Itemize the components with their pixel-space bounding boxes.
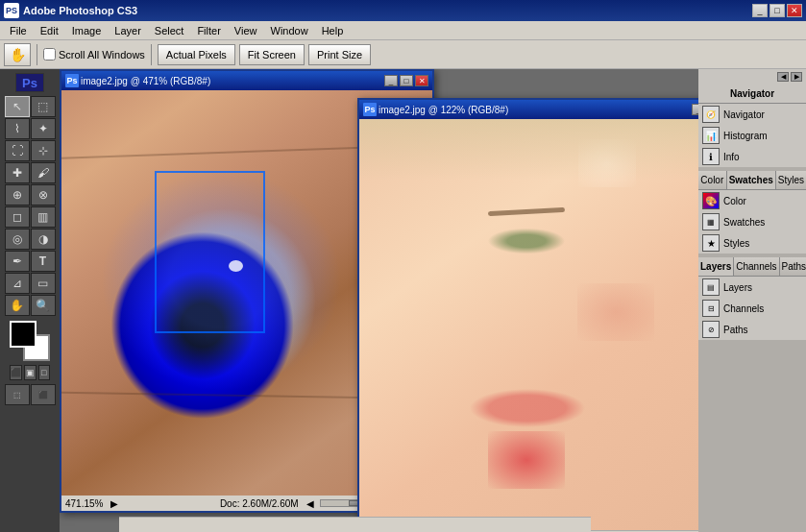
type-tool[interactable]: T bbox=[31, 251, 56, 272]
toolbar-separator-2 bbox=[151, 44, 152, 65]
styles-label: Styles bbox=[723, 238, 749, 249]
gradient-tool[interactable]: ▥ bbox=[31, 206, 56, 228]
pen-tool[interactable]: ✒ bbox=[5, 251, 30, 272]
scroll-all-windows-checkbox[interactable] bbox=[43, 48, 56, 60]
foreground-background-colors[interactable] bbox=[10, 321, 50, 361]
close-button[interactable]: ✕ bbox=[787, 4, 802, 17]
maximize-button[interactable]: □ bbox=[769, 4, 785, 17]
tab-navigator[interactable]: Navigator bbox=[698, 85, 806, 103]
app-status-bar bbox=[119, 517, 591, 532]
doc1-zoom-icon[interactable]: ▶ bbox=[110, 498, 118, 509]
tab-channels[interactable]: Channels bbox=[734, 257, 779, 276]
color-row[interactable]: 🎨 Color bbox=[698, 190, 806, 211]
hand-tool-button[interactable]: ✋ bbox=[4, 43, 31, 66]
styles-icon: ★ bbox=[702, 234, 720, 252]
menu-file[interactable]: File bbox=[4, 22, 33, 39]
menu-layer[interactable]: Layer bbox=[109, 22, 147, 39]
tool-row-2: ⌇ ✦ bbox=[5, 118, 56, 139]
doc1-title-bar[interactable]: Ps image2.jpg @ 471% (RGB/8#) _ □ ✕ bbox=[61, 71, 432, 90]
tab-paths[interactable]: Paths bbox=[780, 257, 806, 276]
channels-icon: ⊟ bbox=[702, 300, 720, 317]
channels-row[interactable]: ⊟ Channels bbox=[698, 298, 806, 319]
standard-mode-button[interactable]: ⬚ bbox=[5, 384, 30, 405]
doc1-nav-left[interactable]: ◀ bbox=[306, 498, 314, 509]
doc1-minimize[interactable]: _ bbox=[384, 75, 398, 86]
doc1-icon: Ps bbox=[65, 74, 79, 87]
swatches-row[interactable]: ▦ Swatches bbox=[698, 211, 806, 232]
doc2-icon: Ps bbox=[363, 103, 377, 116]
move-tool[interactable]: ↖ bbox=[5, 96, 30, 117]
crop-tool[interactable]: ⛶ bbox=[5, 140, 30, 161]
tab-styles[interactable]: Styles bbox=[776, 171, 806, 189]
navigator-row[interactable]: 🧭 Navigator bbox=[698, 104, 806, 125]
doc1-doc-info: Doc: 2.60M/2.60M bbox=[220, 498, 299, 509]
menu-filter[interactable]: Filter bbox=[191, 22, 226, 39]
lasso-tool[interactable]: ⌇ bbox=[5, 118, 30, 139]
doc2-minimize[interactable]: _ bbox=[692, 104, 698, 115]
menu-image[interactable]: Image bbox=[66, 22, 108, 39]
history-tool[interactable]: ⊗ bbox=[31, 184, 56, 206]
eraser-tool[interactable]: ◻ bbox=[5, 206, 30, 228]
slice-tool[interactable]: ⊹ bbox=[31, 140, 56, 161]
menu-view[interactable]: View bbox=[229, 22, 263, 39]
quick-mask-button[interactable]: ⬛ bbox=[31, 384, 56, 405]
doc2-canvas[interactable] bbox=[359, 119, 698, 530]
doc2-title-bar[interactable]: Ps image2.jpg @ 122% (RGB/8#) _ □ ✕ bbox=[359, 100, 698, 119]
shape-tool[interactable]: ▭ bbox=[31, 273, 56, 294]
styles-row[interactable]: ★ Styles bbox=[698, 232, 806, 254]
path-tool[interactable]: ⊿ bbox=[5, 273, 30, 294]
doc1-title: image2.jpg @ 471% (RGB/8#) bbox=[81, 76, 382, 86]
tab-swatches[interactable]: Swatches bbox=[727, 171, 776, 189]
paths-icon: ⊘ bbox=[702, 321, 720, 338]
left-tool-panel: Ps ↖ ⬚ ⌇ ✦ ⛶ ⊹ ✚ 🖌 ⊕ ⊗ ◻ ▥ ◎ ◑ bbox=[0, 69, 60, 532]
navigator-tab-bar: Navigator bbox=[698, 85, 806, 104]
menu-bar: File Edit Image Layer Select Filter View… bbox=[0, 21, 806, 40]
doc2-title: image2.jpg @ 122% (RGB/8#) bbox=[379, 105, 690, 115]
healing-tool[interactable]: ✚ bbox=[5, 162, 30, 183]
scroll-all-windows-label: Scroll All Windows bbox=[59, 49, 145, 60]
panel-collapse-btn[interactable]: ◀ bbox=[777, 72, 789, 82]
info-row[interactable]: ℹ Info bbox=[698, 146, 806, 167]
magic-wand-tool[interactable]: ✦ bbox=[31, 118, 56, 139]
app-title: Adobe Photoshop CS3 bbox=[23, 5, 748, 16]
color-row-label: Color bbox=[723, 196, 746, 206]
doc1-maximize[interactable]: □ bbox=[400, 75, 413, 86]
menu-help[interactable]: Help bbox=[316, 22, 350, 39]
quick-mask-row: ⬚ ⬛ bbox=[5, 384, 56, 405]
dodge-tool[interactable]: ◑ bbox=[31, 229, 56, 250]
layers-row[interactable]: ▤ Layers bbox=[698, 277, 806, 298]
toolbar-separator-1 bbox=[37, 44, 37, 65]
menu-edit[interactable]: Edit bbox=[35, 22, 64, 39]
tool-row-10: ✋ 🔍 bbox=[5, 295, 56, 316]
right-panel-top-controls: ◀ ▶ bbox=[698, 69, 806, 85]
menu-window[interactable]: Window bbox=[265, 22, 314, 39]
panel-group-navigator: Navigator 🧭 Navigator 📊 Histogram ℹ Info bbox=[698, 85, 806, 167]
full-screen-menu-button[interactable]: ▣ bbox=[24, 365, 37, 380]
layers-label: Layers bbox=[723, 282, 752, 293]
clone-tool[interactable]: ⊕ bbox=[5, 184, 30, 206]
panel-group-color: Color Swatches Styles 🎨 Color ▦ Swatches… bbox=[698, 171, 806, 254]
zoom-tool[interactable]: 🔍 bbox=[31, 295, 56, 316]
foreground-color[interactable] bbox=[10, 321, 37, 348]
tab-color[interactable]: Color bbox=[698, 171, 727, 189]
hand-tool[interactable]: ✋ bbox=[5, 295, 30, 316]
histogram-row[interactable]: 📊 Histogram bbox=[698, 125, 806, 146]
marquee-tool[interactable]: ⬚ bbox=[31, 96, 56, 117]
blur-tool[interactable]: ◎ bbox=[5, 229, 30, 250]
paths-row[interactable]: ⊘ Paths bbox=[698, 319, 806, 340]
standard-screen-button[interactable]: ⬛ bbox=[10, 365, 22, 380]
brush-tool[interactable]: 🖌 bbox=[31, 162, 56, 183]
actual-pixels-button[interactable]: Actual Pixels bbox=[158, 44, 235, 65]
tab-layers[interactable]: Layers bbox=[698, 257, 734, 276]
menu-select[interactable]: Select bbox=[149, 22, 190, 39]
scroll-all-windows-checkbox-label[interactable]: Scroll All Windows bbox=[43, 48, 145, 60]
minimize-button[interactable]: _ bbox=[752, 4, 768, 17]
doc1-close[interactable]: ✕ bbox=[415, 75, 428, 86]
fit-screen-button[interactable]: Fit Screen bbox=[239, 44, 305, 65]
panel-group-layers: Layers Channels Paths ▤ Layers ⊟ Channel… bbox=[698, 257, 806, 340]
print-size-button[interactable]: Print Size bbox=[308, 44, 371, 65]
histogram-icon: 📊 bbox=[702, 127, 720, 144]
window-controls: _ □ ✕ bbox=[752, 4, 802, 17]
full-screen-button[interactable]: □ bbox=[38, 365, 51, 380]
panel-menu-btn[interactable]: ▶ bbox=[791, 72, 802, 82]
